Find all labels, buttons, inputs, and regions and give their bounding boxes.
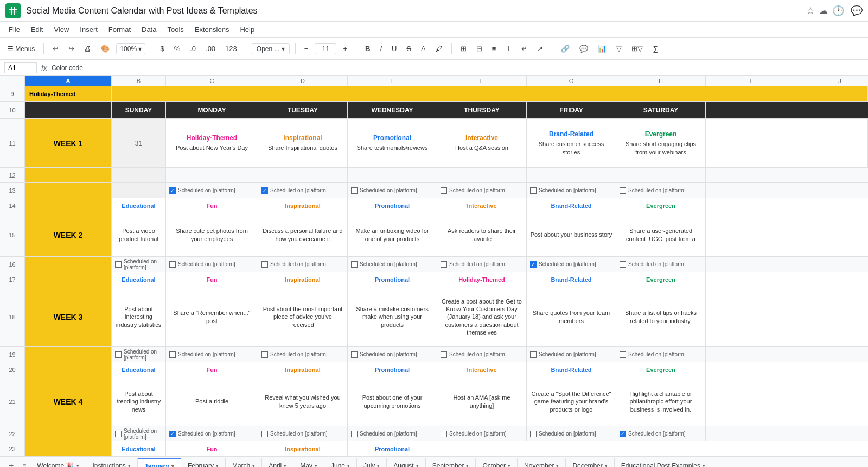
checkbox-w3-monday[interactable] [169,351,176,358]
tab-september-chevron[interactable]: ▾ [466,463,469,468]
checkbox-w2-thursday[interactable] [441,261,447,268]
tab-june-chevron[interactable]: ▾ [347,463,350,468]
bold-btn[interactable]: B [362,42,373,55]
chart-btn[interactable]: 📊 [595,42,610,55]
cell-f20[interactable]: Interactive [437,362,527,377]
italic-btn[interactable]: I [376,42,385,55]
col-header-b[interactable]: B [112,76,166,86]
cell-c13-checkbox[interactable]: ✓ Scheduled on [platform] [166,183,258,198]
tab-february[interactable]: February ▾ [181,458,226,468]
percent-btn[interactable]: % [171,42,184,55]
cell-d20[interactable]: Inspirational [258,362,348,377]
cell-e23[interactable]: Promotional [348,441,437,456]
cell-d15[interactable]: Discuss a personal failure and how you o… [258,213,348,256]
decimal-inc-btn[interactable]: .00 [202,42,219,55]
checkbox-w4-thursday[interactable] [441,431,447,437]
cell-g20[interactable]: Brand-Related [527,362,616,377]
chat-icon[interactable]: 💬 [851,5,863,17]
checkbox-w3-tuesday[interactable] [261,351,268,358]
tab-february-chevron[interactable]: ▾ [216,463,219,468]
cell-c17[interactable]: Fun [166,272,258,287]
cell-e13-checkbox[interactable]: Scheduled on [platform] [348,183,437,198]
checkbox-w1-saturday[interactable] [620,187,626,194]
function-btn[interactable]: ∑ [649,42,661,55]
cell-f14[interactable]: Interactive [437,198,527,213]
col-header-i[interactable]: I [706,76,795,86]
cell-e22-checkbox[interactable]: Scheduled on [platform] [348,426,437,441]
checkbox-w3-sunday[interactable] [115,351,122,358]
checkbox-w4-sunday[interactable] [115,431,122,437]
wrap-btn[interactable]: ↵ [518,42,531,55]
cell-e19-checkbox[interactable]: Scheduled on [platform] [348,347,437,362]
tab-may-chevron[interactable]: ▾ [315,463,317,468]
tab-welcome-chevron[interactable]: ▾ [76,463,79,468]
font-size-dec-btn[interactable]: − [301,42,312,55]
tab-august[interactable]: August ▾ [387,458,425,468]
tab-march[interactable]: March ▾ [226,458,262,468]
col-header-g[interactable]: G [527,76,616,86]
tab-january[interactable]: January ▾ [138,458,181,468]
cell-h20[interactable]: Evergreen [616,362,706,377]
cell-b20[interactable]: Educational [112,362,166,377]
cell-f19-checkbox[interactable]: Scheduled on [platform] [437,347,527,362]
cell-d11[interactable]: Inspirational Share Inspirational quotes [258,119,348,167]
cell-h22-checkbox[interactable]: ✓ Scheduled on [platform] [616,426,706,441]
cell-d23[interactable]: Inspirational [258,441,348,456]
cell-e20[interactable]: Promotional [348,362,437,377]
menu-data[interactable]: Data [137,23,161,36]
tab-april[interactable]: April ▾ [262,458,293,468]
tab-march-chevron[interactable]: ▾ [252,463,255,468]
cell-b17[interactable]: Educational [112,272,166,287]
cell-b15[interactable]: Post a video product tutorial [112,213,166,256]
col-header-c[interactable]: C [166,76,258,86]
cell-c20[interactable]: Fun [166,362,258,377]
checkbox-w4-friday[interactable] [530,431,537,437]
cell-f21[interactable]: Host an AMA [ask me anything] [437,377,527,426]
menu-tools[interactable]: Tools [163,23,188,36]
menus-btn[interactable]: ☰ Menus [4,43,38,55]
cell-d21[interactable]: Reveal what you wished you knew 5 years … [258,377,348,426]
currency-btn[interactable]: $ [157,42,167,55]
cell-e16-checkbox[interactable]: Scheduled on [platform] [348,257,437,272]
cell-h17[interactable]: Evergreen [616,272,706,287]
font-size-inc-btn[interactable]: + [340,42,350,55]
checkbox-w4-saturday[interactable]: ✓ [620,431,626,437]
cell-c23[interactable]: Fun [166,441,258,456]
col-header-h[interactable]: H [616,76,706,86]
checkbox-w2-monday[interactable] [169,261,176,268]
tab-october[interactable]: October ▾ [476,458,518,468]
checkbox-w2-tuesday[interactable] [261,261,268,268]
checkbox-w1-wednesday[interactable] [351,187,358,194]
cell-d14[interactable]: Inspirational [258,198,348,213]
tab-november-chevron[interactable]: ▾ [556,463,559,468]
checkbox-w3-wednesday[interactable] [351,351,358,358]
cell-e17[interactable]: Promotional [348,272,437,287]
checkbox-w1-tuesday[interactable]: ✓ [261,187,268,194]
cell-a9[interactable]: Holiday-Themed [25,86,112,101]
cell-b23[interactable]: Educational [112,441,166,456]
tab-november[interactable]: November ▾ [518,458,566,468]
tab-december[interactable]: December ▾ [566,458,614,468]
cell-f17[interactable]: Holiday-Themed [437,272,527,287]
format-123-btn[interactable]: 123 [222,42,240,55]
star-icon[interactable]: ☆ [806,5,815,17]
decimal-dec-btn[interactable]: .0 [187,42,199,55]
checkbox-w2-saturday[interactable] [620,261,626,268]
cell-g13-checkbox[interactable]: Scheduled on [platform] [527,183,616,198]
col-header-e[interactable]: E [348,76,437,86]
cell-f16-checkbox[interactable]: Scheduled on [platform] [437,257,527,272]
tab-july-chevron[interactable]: ▾ [377,463,380,468]
cell-h21[interactable]: Highlight a charitable or philanthropic … [616,377,706,426]
tab-edu-post-examples[interactable]: Educational Post Examples ▾ [615,458,712,468]
cell-reference[interactable]: A1 [4,62,37,73]
cell-e15[interactable]: Make an unboxing video for one of your p… [348,213,437,256]
cell-b22-checkbox[interactable]: Scheduled on [platform] [112,426,166,441]
cell-f18[interactable]: Create a post about the Get to Know Your… [437,287,527,346]
tab-august-chevron[interactable]: ▾ [416,463,419,468]
underline-btn[interactable]: U [388,42,400,55]
cell-h19-checkbox[interactable]: Scheduled on [platform] [616,347,706,362]
cell-d19-checkbox[interactable]: Scheduled on [platform] [258,347,348,362]
tab-welcome[interactable]: Welcome 🎉 ▾ [30,458,86,468]
cell-e11[interactable]: Promotional Share testimonials/reviews [348,119,437,167]
menu-insert[interactable]: Insert [75,23,102,36]
